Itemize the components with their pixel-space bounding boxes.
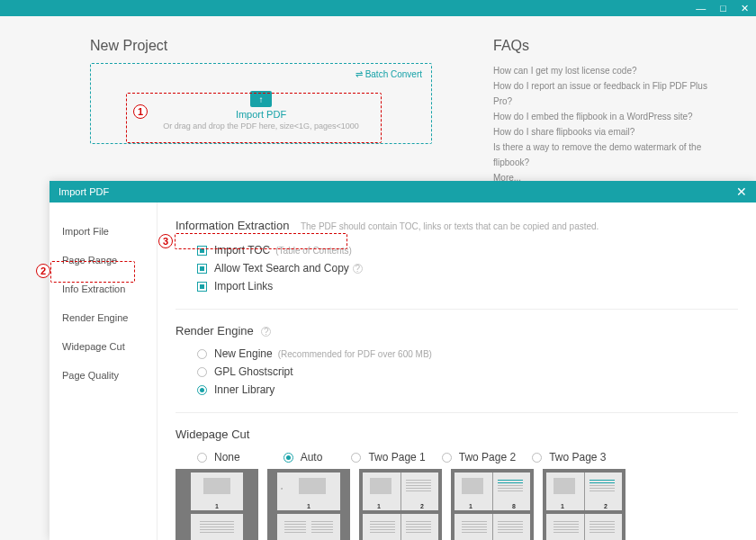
radio-widecut-none[interactable]: None <box>197 451 240 464</box>
main-area: New Project Batch Convert Import PDF Or … <box>0 16 756 540</box>
checkbox-label: Allow Text Search and Copy <box>214 262 349 274</box>
radio-icon <box>351 453 361 463</box>
radio-widecut-twopage3[interactable]: Two Page 3 <box>532 451 606 464</box>
checkbox-sublabel: (Table of Contents) <box>275 246 352 256</box>
divider <box>176 412 738 413</box>
render-engine-title: Render Engine <box>176 324 254 338</box>
radio-icon <box>442 453 452 463</box>
checkbox-import-toc[interactable]: Import TOC (Table of Contents) <box>197 244 738 256</box>
checkbox-icon <box>197 264 207 274</box>
checkbox-label: Import Links <box>214 280 273 292</box>
dialog-title: Import PDF <box>58 186 109 197</box>
thumb-twopage1[interactable]: 12 34 <box>359 469 442 540</box>
radio-icon <box>284 453 293 463</box>
radio-widecut-twopage2[interactable]: Two Page 2 <box>442 451 516 464</box>
maximize-icon[interactable]: □ <box>720 3 726 14</box>
faqs-title: FAQs <box>493 38 727 54</box>
faq-link[interactable]: How do I share flipbooks via email? <box>493 124 727 140</box>
faqs-section: FAQs How can I get my lost license code?… <box>493 38 727 185</box>
sidebar-item-import-file[interactable]: Import File <box>50 217 157 246</box>
sidebar-item-page-range[interactable]: Page Range <box>50 246 157 274</box>
new-project-section: New Project Batch Convert Import PDF Or … <box>90 38 432 144</box>
help-icon[interactable]: ? <box>261 327 271 337</box>
info-extraction-hint: The PDF should contain TOC, links or tex… <box>301 221 598 231</box>
thumb-auto[interactable]: ◦1 2 <box>267 469 350 540</box>
faq-link[interactable]: How can I get my lost license code? <box>493 63 727 78</box>
checkbox-allow-text-search[interactable]: Allow Text Search and Copy ? <box>197 262 738 274</box>
radio-sublabel: (Recommended for PDF over 600 MB) <box>278 349 432 359</box>
checkbox-label: Import TOC <box>214 244 270 256</box>
radio-label: Two Page 2 <box>459 451 516 464</box>
dialog-header: Import PDF ✕ <box>50 181 756 202</box>
radio-icon <box>197 385 207 395</box>
new-project-title: New Project <box>90 38 432 54</box>
import-pdf-dropzone[interactable]: Batch Convert Import PDF Or drag and dro… <box>90 63 432 144</box>
faqs-list: How can I get my lost license code? How … <box>493 63 727 185</box>
radio-widecut-twopage1[interactable]: Two Page 1 <box>351 451 425 464</box>
radio-icon <box>197 453 207 463</box>
radio-widecut-auto[interactable]: Auto <box>284 451 323 464</box>
sidebar-item-page-quality[interactable]: Page Quality <box>50 361 157 390</box>
import-pdf-dialog: Import PDF ✕ Import File Page Range Info… <box>50 181 756 540</box>
help-icon[interactable]: ? <box>353 264 363 274</box>
widepage-cut-title: Widepage Cut <box>176 428 249 441</box>
faq-link[interactable]: How do I embed the flipbook in a WordPre… <box>493 109 727 124</box>
sidebar-item-widepage-cut[interactable]: Widepage Cut <box>50 332 157 361</box>
dialog-sidebar: Import File Page Range Info Extraction R… <box>50 202 158 540</box>
checkbox-icon <box>197 246 207 256</box>
minimize-icon[interactable]: — <box>696 3 706 14</box>
radio-label: Auto <box>301 451 323 464</box>
thumb-none[interactable]: 1 2 <box>176 469 258 540</box>
faq-link[interactable]: Is there a way to remove the demo waterm… <box>493 140 727 170</box>
radio-new-engine[interactable]: New Engine (Recommended for PDF over 600… <box>197 347 738 360</box>
checkbox-icon <box>197 282 207 292</box>
radio-label: None <box>214 451 240 464</box>
checkbox-import-links[interactable]: Import Links <box>197 280 738 292</box>
window-titlebar: — □ ✕ <box>0 0 756 16</box>
thumb-twopage3[interactable]: 12 38 <box>543 469 626 540</box>
radio-icon <box>197 349 207 359</box>
faq-link[interactable]: How do I report an issue or feedback in … <box>493 78 727 109</box>
close-icon[interactable]: ✕ <box>741 3 749 14</box>
dialog-content: Information Extraction The PDF should co… <box>158 202 756 540</box>
radio-icon <box>532 453 542 463</box>
radio-label: New Engine <box>214 347 273 360</box>
dialog-close-icon[interactable]: ✕ <box>736 184 747 199</box>
sidebar-item-info-extraction[interactable]: Info Extraction <box>50 274 157 303</box>
radio-label: Two Page 1 <box>368 451 425 464</box>
radio-label: Inner Library <box>214 383 274 396</box>
widecut-thumbnails: 1 2 ◦1 2 12 34 18 <box>176 469 738 540</box>
thumb-twopage2[interactable]: 18 34 <box>451 469 534 540</box>
radio-label: Two Page 3 <box>549 451 606 464</box>
radio-icon <box>197 367 207 377</box>
import-pdf-sublabel: Or drag and drop the PDF here, size<1G, … <box>91 122 431 130</box>
radio-gpl-ghostscript[interactable]: GPL Ghostscript <box>197 365 738 378</box>
batch-convert-link[interactable]: Batch Convert <box>356 69 422 79</box>
import-area: Import PDF Or drag and drop the PDF here… <box>91 91 431 130</box>
radio-label: GPL Ghostscript <box>214 365 293 378</box>
sidebar-item-render-engine[interactable]: Render Engine <box>50 303 157 332</box>
radio-inner-library[interactable]: Inner Library <box>197 383 738 396</box>
upload-icon <box>250 91 272 107</box>
divider <box>176 309 738 310</box>
info-extraction-title: Information Extraction <box>176 219 289 232</box>
import-pdf-label: Import PDF <box>91 109 431 120</box>
